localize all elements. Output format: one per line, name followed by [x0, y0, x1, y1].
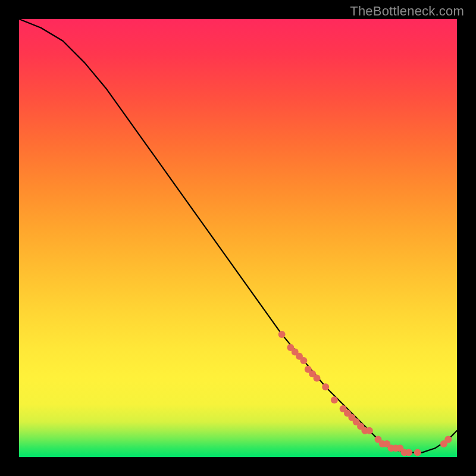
sample-marker — [322, 383, 329, 390]
sample-marker — [366, 427, 373, 434]
plot-area — [19, 19, 457, 457]
sample-marker — [444, 436, 452, 443]
sample-marker — [300, 357, 307, 364]
sample-marker — [314, 375, 321, 382]
sample-marker — [405, 449, 412, 456]
bottleneck-curve — [19, 19, 457, 453]
watermark-text: TheBottleneck.com — [350, 4, 464, 19]
sample-markers-group — [278, 331, 452, 456]
sample-marker — [331, 396, 338, 403]
chart-svg — [19, 19, 457, 457]
chart-frame: TheBottleneck.com — [0, 0, 476, 476]
sample-marker — [414, 449, 421, 456]
sample-marker — [278, 331, 286, 338]
